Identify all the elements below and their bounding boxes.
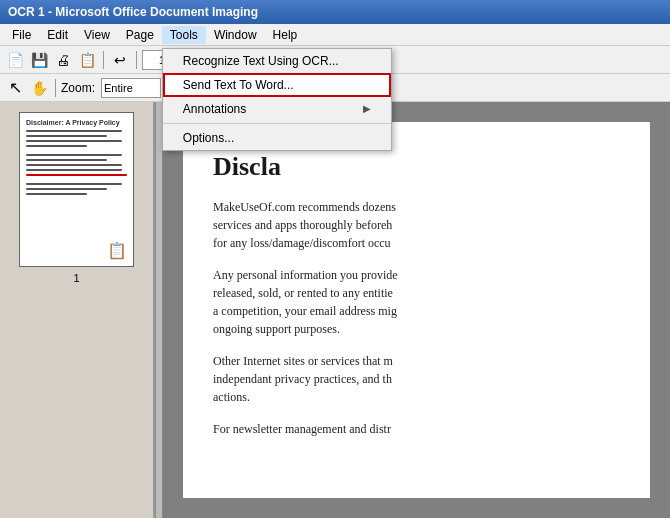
splitter[interactable] [155,102,163,518]
thumb-line-red-1 [26,174,127,176]
thumb-line-11 [26,193,87,195]
title-bar-label: OCR 1 - Microsoft Office Document Imagin… [8,5,258,19]
thumb-line-9 [26,183,122,185]
zoom-label: Zoom: [61,81,95,95]
thumbnail-panel: Disclaimer: A Privacy Policy 📋 1 [0,102,155,518]
dropdown-options[interactable]: Options... [163,126,391,150]
thumb-line-3 [26,140,122,142]
recognize-ocr-label: Recognize Text Using OCR... [183,54,339,68]
thumbnail-title: Disclaimer: A Privacy Policy [26,119,127,126]
toolbar-sep-2 [136,51,137,69]
menu-tools-wrapper: Tools Recognize Text Using OCR... Send T… [162,26,206,44]
new-doc-button[interactable]: 📄 [4,49,26,71]
thumb-line-4 [26,145,87,147]
doc-para-3: Other Internet sites or services that m … [213,352,620,406]
paste-button[interactable]: 📋 [76,49,98,71]
dropdown-annotations[interactable]: Annotations ▶ [163,97,391,121]
annotations-arrow-icon: ▶ [363,103,371,114]
menu-bar: File Edit View Page Tools Recognize Text… [0,24,670,46]
thumb-line-2 [26,135,107,137]
menu-help[interactable]: Help [265,26,306,44]
main-area: Disclaimer: A Privacy Policy 📋 1 Discla … [0,102,670,518]
select-tool-button[interactable]: ↖ [4,77,26,99]
tools-dropdown: Recognize Text Using OCR... Send Text To… [162,48,392,151]
zoom-input[interactable] [101,78,161,98]
options-label: Options... [183,131,234,145]
content-area: Discla MakeUseOf.com recommends dozens s… [163,102,670,518]
doc-para-1: MakeUseOf.com recommends dozens services… [213,198,620,252]
thumb-line-5 [26,154,122,156]
title-bar: OCR 1 - Microsoft Office Document Imagin… [0,0,670,24]
annotations-label: Annotations [183,102,246,116]
doc-para-2: Any personal information you provide rel… [213,266,620,338]
menu-page[interactable]: Page [118,26,162,44]
thumbnail-wrapper: Disclaimer: A Privacy Policy 📋 [19,112,134,267]
save-button[interactable]: 💾 [28,49,50,71]
dropdown-divider [163,123,391,124]
menu-tools[interactable]: Tools [162,26,206,44]
document-page: Discla MakeUseOf.com recommends dozens s… [183,122,650,498]
undo-button[interactable]: ↩ [109,49,131,71]
dropdown-recognize-ocr[interactable]: Recognize Text Using OCR... [163,49,391,73]
dropdown-send-to-word[interactable]: Send Text To Word... [163,73,391,97]
menu-file[interactable]: File [4,26,39,44]
menu-view[interactable]: View [76,26,118,44]
toolbar-sep-1 [103,51,104,69]
send-to-word-label: Send Text To Word... [183,78,294,92]
print-button[interactable]: 🖨 [52,49,74,71]
toolbar2-sep-1 [55,79,56,97]
menu-edit[interactable]: Edit [39,26,76,44]
thumb-line-8 [26,169,122,171]
thumb-line-10 [26,188,107,190]
doc-para-4: For newsletter management and distr [213,420,620,438]
document-title: Discla [213,152,620,182]
thumb-line-1 [26,130,122,132]
thumb-line-7 [26,164,122,166]
thumb-line-6 [26,159,107,161]
thumbnail-page-number: 1 [73,272,79,284]
thumbnail-footer-icon: 📋 [107,241,127,260]
hand-tool-button[interactable]: ✋ [28,77,50,99]
menu-window[interactable]: Window [206,26,265,44]
